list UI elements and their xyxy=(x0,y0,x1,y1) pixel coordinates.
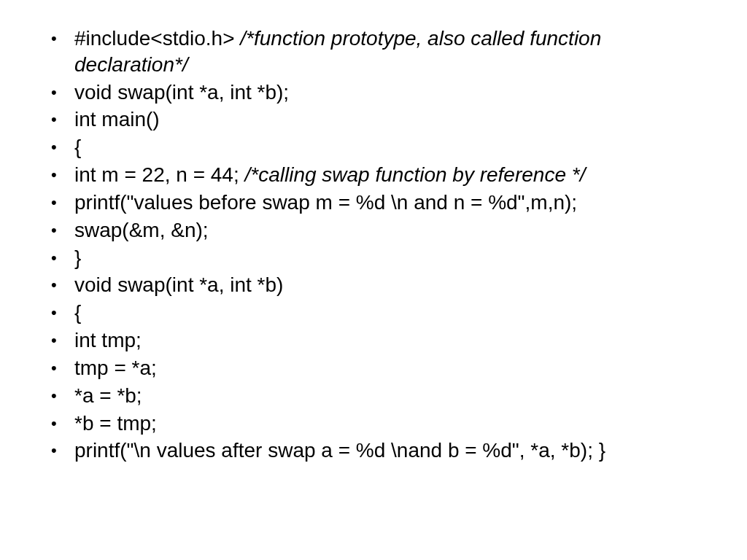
list-item: } xyxy=(40,245,707,271)
list-item: int main() xyxy=(40,106,707,133)
code-text: tmp = *a; xyxy=(74,357,157,379)
list-item: void swap(int *a, int *b); xyxy=(40,79,707,106)
list-item: *a = *b; xyxy=(40,383,707,409)
list-item: *b = tmp; xyxy=(40,411,707,437)
code-text: int main() xyxy=(74,108,160,131)
list-item: swap(&m, &n); xyxy=(40,217,707,244)
code-comment: /*calling swap function by reference */ xyxy=(244,163,585,186)
list-item: void swap(int *a, int *b) xyxy=(40,272,707,298)
list-item: printf("values before swap m = %d \n and… xyxy=(40,190,707,216)
list-item: { xyxy=(40,134,707,160)
list-item: int tmp; xyxy=(40,327,707,354)
code-text: { xyxy=(74,136,81,158)
list-item: int m = 22, n = 44; /*calling swap funct… xyxy=(40,162,707,188)
list-item: #include<stdio.h> /*function prototype, … xyxy=(40,26,707,78)
code-text: #include<stdio.h> xyxy=(74,27,240,50)
code-text: { xyxy=(74,301,81,324)
code-text: } xyxy=(74,246,81,269)
code-text: printf("values before swap m = %d \n and… xyxy=(74,191,577,214)
code-text: void swap(int *a, int *b); xyxy=(74,81,289,104)
code-text: *a = *b; xyxy=(74,384,142,407)
code-list: #include<stdio.h> /*function prototype, … xyxy=(40,26,707,464)
list-item: { xyxy=(40,300,707,326)
code-text: swap(&m, &n); xyxy=(74,219,209,241)
list-item: tmp = *a; xyxy=(40,355,707,381)
code-text: int tmp; xyxy=(74,329,142,351)
code-text: int m = 22, n = 44; xyxy=(74,163,244,186)
list-item: printf("\n values after swap a = %d \nan… xyxy=(40,438,707,464)
code-text: printf("\n values after swap a = %d \nan… xyxy=(74,439,605,462)
code-text: void swap(int *a, int *b) xyxy=(74,273,283,296)
code-text: *b = tmp; xyxy=(74,412,157,435)
slide-content: #include<stdio.h> /*function prototype, … xyxy=(0,0,747,491)
